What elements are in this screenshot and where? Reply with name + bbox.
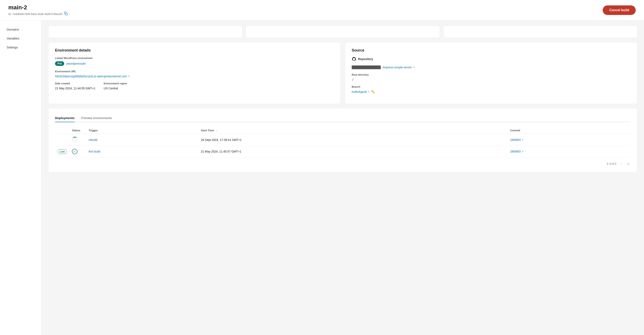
copy-id-icon[interactable] xyxy=(64,12,68,16)
svg-rect-0 xyxy=(66,13,68,15)
sidebar-item-settings[interactable]: Settings xyxy=(2,43,40,52)
repo-link-row: /express-simple-server ↗ xyxy=(352,66,630,69)
table-row: Live ✓ first build 21 May 2024, 11:45:57… xyxy=(55,146,630,157)
row2-trigger-cell: first build xyxy=(86,146,198,157)
deployments-table-wrapper: Status Trigger Start Time ↓ Commit xyxy=(55,127,630,157)
pagination-text: 1–2 of 2 xyxy=(607,162,616,165)
pagination-prev-button[interactable]: ‹ xyxy=(619,161,624,167)
tab-deployments[interactable]: Deployments xyxy=(55,114,74,122)
deployments-section: Deployments Preview environments Status … xyxy=(48,108,637,173)
tabs-row: Deployments Preview environments xyxy=(55,114,630,122)
col-badge-spacer xyxy=(55,127,70,134)
branch-row: hotfix/kjanik ↗ ✏️ xyxy=(352,90,630,94)
col-status-header: Status xyxy=(70,127,86,134)
pagination-next-button[interactable]: › xyxy=(626,161,630,167)
page-title: main-2 xyxy=(8,4,68,11)
row1-badge-cell xyxy=(55,134,70,146)
env-details-title: Environment details xyxy=(55,48,334,53)
repository-label: Repository xyxy=(358,57,373,61)
cards-row: Environment details Linked WordPress env… xyxy=(48,42,637,104)
row1-commit-ext-icon: ↗ xyxy=(522,138,524,141)
deployments-table: Status Trigger Start Time ↓ Commit xyxy=(55,127,630,157)
env-link[interactable]: awordpresssite xyxy=(66,62,86,65)
row2-start-time-cell: 21 May 2024, 11:45:57 GMT+1 xyxy=(198,146,508,157)
sidebar-item-domains[interactable]: Domains xyxy=(2,25,40,34)
branch-section: Branch hotfix/kjanik ↗ ✏️ xyxy=(352,85,630,94)
row1-status-cell xyxy=(70,134,86,146)
table-header: Status Trigger Start Time ↓ Commit xyxy=(55,127,630,134)
repo-header-row: Repository xyxy=(352,57,630,61)
col-start-time-header: Start Time ↓ xyxy=(198,127,508,134)
row1-commit-link[interactable]: 2869bf3 ↗ xyxy=(510,138,524,142)
cancel-build-button[interactable]: Cancel build xyxy=(603,6,636,15)
date-created-label: Date created xyxy=(55,82,95,85)
header-left: main-2 ID: 7e8dfa58-f339-9acb-3a36-4d287… xyxy=(8,4,68,16)
row2-badge-cell: Live xyxy=(55,146,70,157)
github-icon xyxy=(352,57,356,61)
branch-external-icon: ↗ xyxy=(368,91,370,93)
root-dir-section: Root directory ./ xyxy=(352,73,630,81)
row1-trigger-link[interactable]: rebuild xyxy=(89,138,97,142)
branch-link[interactable]: hotfix/kjanik ↗ xyxy=(352,90,370,94)
top-cards-row xyxy=(48,26,637,38)
row2-commit-cell: 2869bf3 ↗ xyxy=(508,146,630,157)
env-url-link[interactable]: h9xd16dpen2gd66j9p9yrcpu0.js.wpenginepow… xyxy=(55,75,130,78)
env-meta-row: Date created 21 May 2024, 11:44:55 GMT+1… xyxy=(55,82,334,94)
status-check: ✓ xyxy=(72,149,78,154)
prd-badge: Prd xyxy=(55,61,64,66)
root-dir-value: ./ xyxy=(352,78,630,81)
table-body: rebuild 26 Sept 2024, 17:36:41 GMT+1 286… xyxy=(55,134,630,157)
live-badge: Live xyxy=(58,149,67,154)
id-text: ID: 7e8dfa58-f339-9acb-3a36-4d287230ac63 xyxy=(8,13,62,16)
source-card: Source Repository /express-simple-server… xyxy=(345,42,637,104)
repo-external-icon: ↗ xyxy=(413,66,414,69)
env-region-col: Environment region US Central xyxy=(104,82,127,94)
external-link-icon: ↗ xyxy=(128,75,130,78)
env-region-label: Environment region xyxy=(104,82,127,85)
top-card-3 xyxy=(443,26,637,38)
tab-preview-environments[interactable]: Preview environments xyxy=(81,114,112,122)
root-dir-label: Root directory xyxy=(352,73,630,76)
sidebar: Domains Variables Settings xyxy=(0,21,42,335)
top-card-2 xyxy=(246,26,440,38)
linked-label: Linked WordPress environment xyxy=(55,57,334,60)
row2-commit-ext-icon: ↗ xyxy=(522,150,524,153)
row2-status-cell: ✓ xyxy=(70,146,86,157)
date-created-col: Date created 21 May 2024, 11:44:55 GMT+1 xyxy=(55,82,95,94)
sort-icon: ↓ xyxy=(216,129,217,132)
row2-commit-link[interactable]: 2869bf3 ↗ xyxy=(510,150,524,153)
environment-details-card: Environment details Linked WordPress env… xyxy=(48,42,341,104)
source-title: Source xyxy=(352,48,630,53)
col-commit-header: Commit xyxy=(508,127,630,134)
repo-redacted-part xyxy=(352,66,381,69)
pagination-row: 1–2 of 2 ‹ › xyxy=(55,161,630,167)
col-trigger-header: Trigger xyxy=(86,127,198,134)
page-header: main-2 ID: 7e8dfa58-f339-9acb-3a36-4d287… xyxy=(0,0,644,21)
linked-wordpress-section: Linked WordPress environment Prd awordpr… xyxy=(55,57,334,66)
branch-label: Branch xyxy=(352,85,630,88)
row1-start-time-cell: 26 Sept 2024, 17:36:41 GMT+1 xyxy=(198,134,508,146)
table-row: rebuild 26 Sept 2024, 17:36:41 GMT+1 286… xyxy=(55,134,630,146)
edit-branch-icon[interactable]: ✏️ xyxy=(371,90,375,94)
header-id: ID: 7e8dfa58-f339-9acb-3a36-4d287230ac63 xyxy=(8,12,68,16)
env-linked-row: Prd awordpresssite xyxy=(55,61,334,66)
date-created-value: 21 May 2024, 11:44:55 GMT+1 xyxy=(55,87,95,90)
env-url-section: Environment URL h9xd16dpen2gd66j9p9yrcpu… xyxy=(55,70,334,78)
top-card-1 xyxy=(48,26,242,38)
repository-section: Repository /express-simple-server ↗ xyxy=(352,57,630,69)
repo-link[interactable]: /express-simple-server ↗ xyxy=(382,66,414,69)
status-spinner xyxy=(72,137,78,142)
row2-trigger-link[interactable]: first build xyxy=(89,150,100,153)
sidebar-item-variables[interactable]: Variables xyxy=(2,34,40,43)
env-url-label: Environment URL xyxy=(55,70,334,73)
main-content: Environment details Linked WordPress env… xyxy=(42,21,644,335)
row1-commit-cell: 2869bf3 ↗ xyxy=(508,134,630,146)
row1-trigger-cell: rebuild xyxy=(86,134,198,146)
main-layout: Domains Variables Settings Environment d… xyxy=(0,21,644,335)
env-region-value: US Central xyxy=(104,87,127,90)
